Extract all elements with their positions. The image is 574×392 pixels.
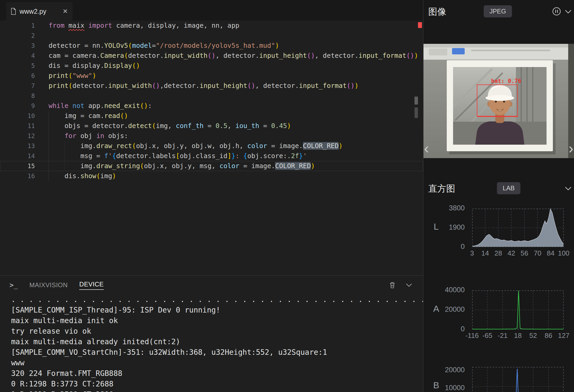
terminal-line: maix multi-media already inited(cnt:2): [11, 337, 423, 347]
histogram-mode-button[interactable]: LAB: [497, 182, 520, 194]
code-editor-pane: www2.py ✕ 1from maix import camera, disp…: [0, 0, 423, 275]
terminal-collapse-chevron-icon[interactable]: [406, 283, 412, 287]
indent-guide: [64, 141, 65, 171]
code-text: detector = nn.YOLOv5(model="/root/models…: [49, 41, 279, 51]
code-text: img.draw_rect(obj.x, obj.y, obj.w, obj.h…: [49, 141, 343, 151]
code-line[interactable]: 6print("www"): [0, 71, 423, 81]
line-number: 2: [0, 31, 35, 41]
code-text: dis = display.Display(): [49, 61, 140, 71]
y-axis-label: 0: [434, 325, 465, 333]
code-line[interactable]: 3detector = nn.YOLOv5(model="/root/model…: [0, 41, 423, 51]
terminal-line: try release vio ok: [11, 326, 423, 337]
terminal-prompt-icon: >_: [10, 281, 18, 289]
code-text: img.draw_string(obj.x, obj.y, msg, color…: [49, 161, 315, 171]
code-line[interactable]: 4cam = camera.Camera(detector.input_widt…: [0, 51, 423, 61]
histogram-A: [472, 290, 564, 329]
x-axis-label: 127: [554, 332, 573, 340]
code-line[interactable]: 12 for obj in objs:: [0, 131, 423, 141]
terminal-line: 0 R:1298 B:3773 CT:2688: [11, 379, 423, 389]
terminal-header: >_ MAIXVISION DEVICE: [0, 276, 423, 294]
line-number: 15: [0, 161, 35, 171]
code-line[interactable]: 15 img.draw_string(obj.x, obj.y, msg, co…: [0, 161, 423, 171]
line-number: 6: [0, 71, 35, 81]
line-number: 9: [0, 101, 35, 111]
code-text: print(detector.input_width(),detector.in…: [49, 81, 359, 91]
scrollbar-mark[interactable]: [415, 97, 418, 105]
code-text: for obj in objs:: [49, 131, 128, 141]
terminal-line: maix multi-media init ok: [11, 315, 423, 326]
pause-stream-icon[interactable]: [552, 7, 561, 16]
channel-label-B: B: [430, 380, 442, 390]
code-text: while not app.need_exit():: [49, 101, 152, 111]
code-line[interactable]: 13 img.draw_rect(obj.x, obj.y, obj.w, ob…: [0, 141, 423, 151]
code-text: objs = detector.detect(img, conf_th = 0.…: [49, 121, 291, 131]
line-number: 8: [0, 91, 35, 101]
histogram-section-title: 直方图: [428, 183, 455, 195]
channel-label-L: L: [430, 221, 442, 232]
channel-label-A: A: [430, 304, 442, 314]
camera-frame: hat: 0.76: [424, 44, 574, 158]
indent-guide: [49, 111, 49, 181]
tab-maixvision[interactable]: MAIXVISION: [29, 281, 68, 289]
image-format-button[interactable]: JPEG: [484, 5, 512, 17]
terminal-line: 320 224 Format.FMT_RGB888: [11, 368, 423, 379]
code-line[interactable]: 11 objs = detector.detect(img, conf_th =…: [0, 121, 423, 131]
clear-terminal-trash-icon[interactable]: [389, 281, 396, 289]
line-number: 4: [0, 51, 35, 61]
code-line[interactable]: 1from maix import camera, display, image…: [0, 21, 423, 31]
device-panel: 图像 JPEG: [423, 0, 574, 392]
tab-filename: www2.py: [20, 8, 46, 15]
code-line[interactable]: 5dis = display.Display(): [0, 61, 423, 71]
code-line[interactable]: 10 img = cam.read(): [0, 111, 423, 121]
y-axis-label: 0: [434, 243, 465, 251]
code-text: img = cam.read(): [49, 111, 128, 121]
tab-close-icon[interactable]: ✕: [63, 8, 68, 15]
x-axis-label: 100: [554, 249, 573, 257]
code-editor[interactable]: 1from maix import camera, display, image…: [0, 21, 423, 275]
code-line[interactable]: 7print(detector.input_width(),detector.i…: [0, 81, 423, 91]
y-axis-label: 20000: [434, 366, 465, 374]
terminal-output: . . . . . . . . . . . . . . . . . . . . …: [0, 294, 423, 392]
line-number: 14: [0, 151, 35, 161]
line-number: 7: [0, 81, 35, 91]
line-number: 10: [0, 111, 35, 121]
file-icon: [11, 8, 16, 15]
code-text: print("www"): [49, 71, 96, 81]
histogram-B: [472, 367, 564, 392]
next-frame-arrow[interactable]: ›: [568, 141, 573, 156]
terminal-panel: >_ MAIXVISION DEVICE . . . . . . . . . .…: [0, 275, 423, 392]
code-line[interactable]: 14 msg = f'{detector.labels[obj.class_id…: [0, 151, 423, 161]
terminal-line: 1 R:1629 B:2599 CT:3890: [11, 389, 423, 392]
image-section-title: 图像: [428, 6, 446, 18]
line-number: 11: [0, 121, 35, 131]
image-section-chevron-icon[interactable]: [564, 9, 572, 14]
tab-device[interactable]: DEVICE: [79, 281, 103, 290]
line-number: 16: [0, 171, 35, 181]
terminal-line: www: [11, 358, 423, 368]
tab-www2py[interactable]: www2.py ✕: [6, 2, 72, 21]
line-number: 1: [0, 21, 35, 31]
y-axis-label: 40000: [434, 286, 465, 294]
line-number: 5: [0, 61, 35, 71]
scrollbar-thumb[interactable]: [415, 107, 418, 118]
terminal-line: [SAMPLE_COMM_VO_StartChn]-351: u32Width:…: [11, 347, 423, 358]
code-line[interactable]: 8: [0, 91, 423, 101]
line-number: 12: [0, 131, 35, 141]
line-number: 3: [0, 41, 35, 51]
code-text: msg = f'{detector.labels[obj.class_id]}:…: [49, 151, 307, 161]
code-text: cam = camera.Camera(detector.input_width…: [49, 51, 418, 61]
y-axis-label: 3800: [434, 204, 465, 212]
detection-label: hat: 0.76: [491, 78, 521, 84]
histogram-section-chevron-icon[interactable]: [564, 186, 572, 191]
prev-frame-arrow[interactable]: ‹: [424, 141, 429, 156]
terminal-line: [SAMPLE_COMM_ISP_Thread]-95: ISP Dev 0 r…: [11, 305, 423, 315]
code-text: from maix import camera, display, image,…: [49, 21, 239, 31]
histogram-L: [472, 209, 564, 247]
editor-tab-bar: www2.py ✕: [0, 0, 423, 21]
code-line[interactable]: 2: [0, 31, 423, 41]
error-overview-mark: [418, 22, 422, 28]
code-line[interactable]: 9while not app.need_exit():: [0, 101, 423, 111]
line-number: 13: [0, 141, 35, 151]
code-line[interactable]: 16 dis.show(img): [0, 171, 423, 181]
terminal-line: . . . . . . . . . . . . . . . . . . . . …: [11, 294, 423, 305]
